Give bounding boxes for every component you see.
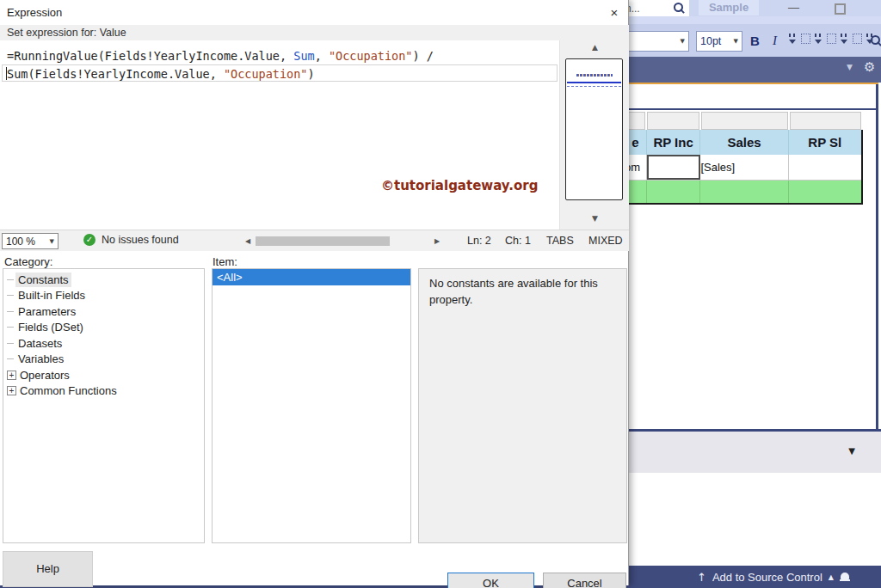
zoom-level-value: 100 % bbox=[6, 236, 50, 248]
source-control-cluster[interactable]: ↑ Add to Source Control ▲ bbox=[697, 566, 850, 588]
scroll-up-icon[interactable]: ▲ bbox=[560, 43, 630, 52]
category-tree[interactable]: Constants Built-in Fields Parameters Fie… bbox=[3, 268, 205, 543]
code-line-2: Sum(Fields!YearlyIncome.Value, "Occupati… bbox=[7, 67, 315, 81]
search-input[interactable]: h... bbox=[625, 3, 674, 15]
close-icon[interactable]: × bbox=[602, 3, 626, 22]
string-occupation: "Occupation" bbox=[224, 67, 308, 81]
tablix-header-row: e RP Inc Sales RP Sl bbox=[625, 130, 861, 155]
tabs-indicator: TABS bbox=[546, 235, 574, 247]
tablix-total-row bbox=[625, 181, 861, 203]
total-cell[interactable] bbox=[700, 181, 788, 203]
line-indicator: Ln: 2 bbox=[467, 235, 491, 247]
item-all-selected[interactable]: <All> bbox=[213, 269, 410, 285]
tree-connector bbox=[7, 327, 14, 328]
set-expression-for-label: Set expression for: Value bbox=[0, 25, 629, 40]
category-item-common-functions[interactable]: +Common Functions bbox=[3, 383, 204, 400]
chevron-down-icon: ▼ bbox=[734, 38, 738, 45]
indent-marker-icon[interactable] bbox=[814, 32, 823, 46]
category-item-datasets[interactable]: Datasets bbox=[3, 335, 204, 352]
indent-marker-icon[interactable] bbox=[788, 32, 798, 46]
border-style-icon[interactable] bbox=[801, 34, 810, 44]
italic-button[interactable]: I bbox=[773, 34, 777, 48]
header-cell-rp-inc[interactable]: RP Inc bbox=[647, 130, 701, 155]
item-listbox[interactable]: <All> bbox=[212, 268, 411, 543]
issues-message: No issues found bbox=[102, 234, 179, 246]
category-item-fields-dset[interactable]: Fields (DSet) bbox=[3, 320, 204, 336]
char-indicator: Ch: 1 bbox=[505, 235, 531, 247]
category-item-variables[interactable]: Variables bbox=[3, 352, 204, 368]
editor-scrollbar[interactable]: ▲ ▼ bbox=[559, 40, 629, 230]
check-circle-icon: ✓ bbox=[83, 234, 95, 246]
quick-launch-search[interactable]: h... bbox=[621, 0, 689, 16]
font-size-value: 10pt bbox=[700, 35, 734, 47]
ok-button[interactable]: OK bbox=[447, 573, 534, 588]
minimap-line bbox=[567, 82, 621, 83]
panel-dropdown-icon[interactable]: ▼ bbox=[847, 63, 853, 71]
search-icon bbox=[674, 3, 685, 14]
expression-dialog: Expression × Set expression for: Value =… bbox=[0, 0, 629, 585]
groups-dropdown-icon[interactable]: ▼ bbox=[848, 446, 855, 456]
column-handle[interactable] bbox=[701, 112, 788, 130]
data-cell[interactable] bbox=[789, 155, 861, 180]
total-cell[interactable] bbox=[647, 181, 701, 203]
expression-code-editor[interactable]: =RunningValue(Fields!YearlyIncome.Value,… bbox=[0, 40, 629, 230]
description-panel: No constants are available for this prop… bbox=[418, 268, 627, 543]
tab-sample[interactable]: Sample bbox=[699, 0, 759, 15]
category-item-built-in-fields[interactable]: Built-in Fields bbox=[3, 288, 204, 304]
maximize-button[interactable] bbox=[835, 3, 846, 15]
zoom-level-combobox[interactable]: 100 % ▼ bbox=[2, 233, 59, 249]
border-style-icon[interactable] bbox=[853, 34, 862, 44]
total-cell[interactable] bbox=[789, 181, 861, 203]
category-label: Category: bbox=[4, 255, 52, 268]
paragraph-format-buttons bbox=[788, 32, 875, 46]
screen: h... Sample — ▼ 10pt ▼ B I ▼ ⚙ e bbox=[0, 0, 881, 588]
column-groups-panel: ups ▼ bbox=[602, 429, 881, 473]
tree-connector bbox=[7, 279, 14, 280]
selected-cell-rp-inc[interactable] bbox=[647, 155, 701, 180]
add-to-source-control-label[interactable]: Add to Source Control bbox=[712, 571, 822, 584]
hscroll-thumb[interactable] bbox=[256, 236, 390, 246]
expand-plus-icon[interactable]: + bbox=[7, 386, 16, 395]
expand-plus-icon[interactable]: + bbox=[7, 371, 16, 380]
minimize-button[interactable]: — bbox=[788, 1, 799, 14]
border-style-icon[interactable] bbox=[827, 34, 836, 44]
header-cell-sales[interactable]: Sales bbox=[700, 130, 788, 155]
hscroll-left-icon[interactable]: ◀ bbox=[245, 237, 250, 245]
scroll-down-icon[interactable]: ▼ bbox=[560, 214, 630, 223]
text-caret bbox=[6, 67, 7, 80]
data-cell-sales[interactable]: [Sales] bbox=[700, 155, 788, 180]
cancel-button[interactable]: Cancel bbox=[543, 573, 626, 588]
bold-button[interactable]: B bbox=[750, 34, 760, 48]
column-handle[interactable] bbox=[790, 112, 861, 130]
issues-status: ✓ No issues found bbox=[83, 234, 179, 246]
string-occupation: "Occupation" bbox=[329, 49, 413, 63]
dialog-title: Expression bbox=[7, 6, 62, 19]
design-surface-top-border bbox=[602, 108, 878, 110]
indent-marker-icon[interactable] bbox=[840, 32, 849, 46]
tree-connector bbox=[7, 343, 14, 344]
code-line-1: =RunningValue(Fields!YearlyIncome.Value,… bbox=[7, 49, 434, 63]
caret-up-icon[interactable]: ▲ bbox=[829, 573, 834, 581]
tablix-column-handles bbox=[625, 112, 863, 130]
upload-arrow-icon: ↑ bbox=[697, 571, 706, 584]
gear-icon[interactable]: ⚙ bbox=[864, 59, 875, 75]
item-label: Item: bbox=[213, 255, 237, 268]
font-family-combobox[interactable]: ▼ bbox=[621, 31, 689, 52]
keyword-sum: Sum bbox=[293, 49, 314, 63]
editor-status-row: 100 % ▼ ✓ No issues found ◀ ▶ Ln: 2 Ch: … bbox=[0, 230, 629, 251]
help-button[interactable]: Help bbox=[3, 551, 93, 587]
hscroll-right-icon[interactable]: ▶ bbox=[434, 237, 440, 245]
zoom-icon[interactable] bbox=[871, 35, 881, 46]
notifications-bell-icon[interactable] bbox=[840, 572, 850, 583]
scrollbar-map-thumb[interactable] bbox=[565, 58, 623, 200]
category-item-parameters[interactable]: Parameters bbox=[3, 303, 204, 320]
column-handle[interactable] bbox=[647, 112, 699, 130]
design-surface-right-border bbox=[876, 84, 878, 432]
category-item-operators[interactable]: +Operators bbox=[3, 367, 204, 383]
chevron-down-icon: ▼ bbox=[681, 38, 685, 45]
font-size-combobox[interactable]: 10pt ▼ bbox=[696, 31, 742, 52]
tree-connector bbox=[7, 358, 14, 359]
report-tablix: e RP Inc Sales RP Sl om [Sales] bbox=[625, 112, 863, 205]
category-item-constants[interactable]: Constants bbox=[3, 272, 204, 288]
header-cell-rp-sl[interactable]: RP Sl bbox=[789, 130, 861, 155]
